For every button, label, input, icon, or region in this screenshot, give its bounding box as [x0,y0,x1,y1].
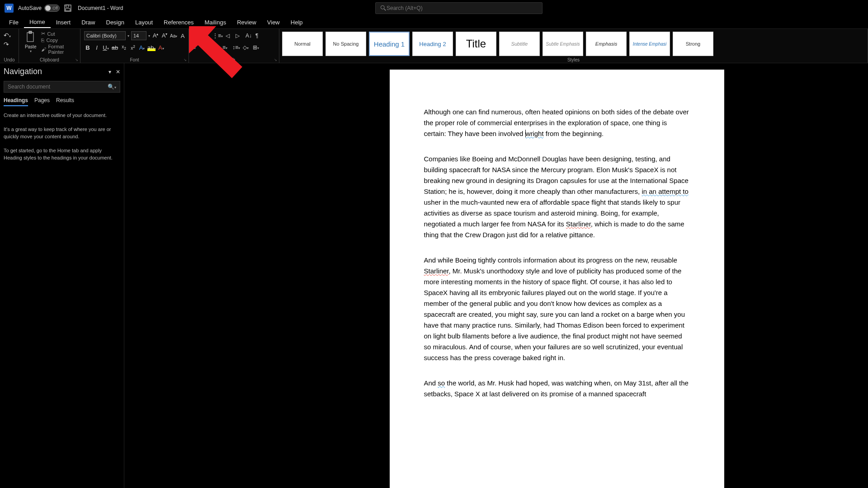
chevron-down-icon[interactable]: ▾ [127,34,129,38]
navigation-title: Navigation [4,67,42,76]
menu-insert[interactable]: Insert [51,17,76,28]
style-strong[interactable]: Strong [673,32,713,56]
strikethrough-button[interactable]: ab [111,44,118,51]
copy-button[interactable]: ⎘Copy [41,38,76,43]
search-box[interactable] [375,2,542,14]
paragraph-1[interactable]: Although one can find numerous, often he… [424,107,690,139]
search-input[interactable] [387,5,538,11]
clipboard-launcher[interactable]: ↘ [75,58,78,62]
show-marks-button[interactable]: ¶ [255,33,263,39]
style-intense-emphasis[interactable]: Intense Emphasi [629,32,670,56]
menu-mailings[interactable]: Mailings [199,17,232,28]
redo-button[interactable]: ↷ [4,41,15,48]
style-no-spacing[interactable]: No Spacing [326,32,366,56]
paste-button[interactable]: Paste ▾ [23,31,38,61]
change-case-button[interactable]: Aa▾ [170,33,177,38]
page[interactable]: Although one can find numerous, often he… [390,70,724,488]
clipboard-label: Clipboard [19,57,80,62]
bullets-button[interactable]: ☰▾ [193,33,200,39]
style-title[interactable]: Title [456,32,496,56]
line-spacing-button[interactable]: ↕≡▾ [232,44,240,51]
highlight-button[interactable]: ab▾ [147,44,156,51]
chevron-down-icon: ▾ [30,49,32,53]
multilevel-button[interactable]: ⋮≡▾ [212,33,223,39]
shrink-font-button[interactable]: A▾ [161,32,168,39]
sort-button[interactable]: A↓ [245,33,253,39]
font-size-input[interactable] [131,31,146,40]
nav-tab-results[interactable]: Results [56,97,74,106]
svg-rect-2 [66,9,70,11]
menu-design[interactable]: Design [101,17,130,28]
menu-draw[interactable]: Draw [76,17,100,28]
menubar: File Home Insert Draw Design Layout Refe… [0,16,868,29]
increase-indent-button[interactable]: ▷ [236,33,243,39]
nav-tab-headings[interactable]: Headings [4,97,28,106]
font-color-button[interactable]: A▾ [157,44,165,51]
paragraph-2[interactable]: Companies like Boeing and McDonnell Doug… [424,154,690,240]
menu-layout[interactable]: Layout [130,17,158,28]
chevron-down-icon[interactable]: ▾ [148,34,150,38]
autosave-label: AutoSave [18,5,42,11]
word-app-icon: W [5,4,14,13]
autosave-toggle[interactable]: Off [44,5,60,12]
styles-label: Styles [279,57,868,62]
superscript-button[interactable]: x2 [129,44,137,51]
menu-view[interactable]: View [262,17,285,28]
subscript-button[interactable]: x2 [120,44,127,51]
scissors-icon: ✂ [41,31,45,37]
clipboard-group: Paste ▾ ✂Cut ⎘Copy 🖌Format Painter Clipb… [19,29,80,63]
decrease-indent-button[interactable]: ◁ [226,33,233,39]
numbering-button[interactable]: ≡▾ [203,33,210,39]
close-icon[interactable]: ✕ [116,69,120,75]
font-name-input[interactable] [84,31,126,40]
paragraph-4[interactable]: And so the world, as Mr. Husk had hoped,… [424,378,690,399]
menu-file[interactable]: File [4,17,24,28]
search-icon[interactable]: 🔍▾ [108,84,116,90]
underline-button[interactable]: U▾ [102,44,109,51]
undo-group: ↶▾ ↷ Undo [0,29,19,63]
nav-search-box[interactable]: 🔍▾ [4,81,120,93]
align-right-button[interactable]: ≡ [212,44,220,51]
justify-button[interactable]: ≡▾ [222,44,230,51]
style-heading-1[interactable]: Heading 1 [369,32,410,56]
menu-review[interactable]: Review [231,17,262,28]
svg-rect-5 [27,33,33,42]
brush-icon: 🖌 [41,47,46,52]
document-title: Document1 - Word [78,5,123,11]
menu-home[interactable]: Home [24,17,51,28]
menu-help[interactable]: Help [285,17,308,28]
style-emphasis[interactable]: Emphasis [586,32,627,56]
shading-button[interactable]: ◇▾ [243,44,250,51]
bold-button[interactable]: B [84,44,91,51]
borders-button[interactable]: ⊞▾ [253,44,260,51]
menu-references[interactable]: References [158,17,199,28]
font-group: ▾ ▾ A▴ A▾ Aa▾ A B I U▾ ab x2 x2 A▾ ab▾ A… [80,29,189,63]
search-icon [380,5,387,11]
undo-button[interactable]: ↶▾ [4,32,15,39]
font-launcher[interactable]: ↘ [184,58,187,62]
cut-button[interactable]: ✂Cut [41,31,76,37]
paragraph-3[interactable]: And while Boeing tightly controls inform… [424,255,690,363]
document-area[interactable]: Although one can find numerous, often he… [124,63,868,488]
align-center-button[interactable]: ≡ [203,44,210,51]
align-left-button[interactable]: ≡ [193,44,200,51]
svg-line-4 [384,9,386,11]
style-subtle-emphasis[interactable]: Subtle Emphasis [542,32,583,56]
grow-font-button[interactable]: A▴ [152,32,159,39]
styles-group: Normal No Spacing Heading 1 Heading 2 Ti… [279,29,868,63]
text-effects-button[interactable]: A▾ [138,44,146,51]
italic-button[interactable]: I [93,44,100,51]
clear-formatting-button[interactable]: A [179,33,186,39]
save-icon[interactable] [64,5,78,12]
nav-tab-pages[interactable]: Pages [34,97,50,106]
font-label: Font [80,57,189,62]
format-painter-button[interactable]: 🖌Format Painter [41,44,76,55]
paragraph-label: h [189,57,279,62]
style-normal[interactable]: Normal [282,32,323,56]
style-subtitle[interactable]: Subtitle [499,32,540,56]
style-heading-2[interactable]: Heading 2 [412,32,453,56]
nav-search-input[interactable] [8,84,108,90]
chevron-down-icon[interactable]: ▾ [108,69,111,75]
undo-label: Undo [0,57,19,62]
paragraph-launcher[interactable]: ↘ [274,58,277,62]
